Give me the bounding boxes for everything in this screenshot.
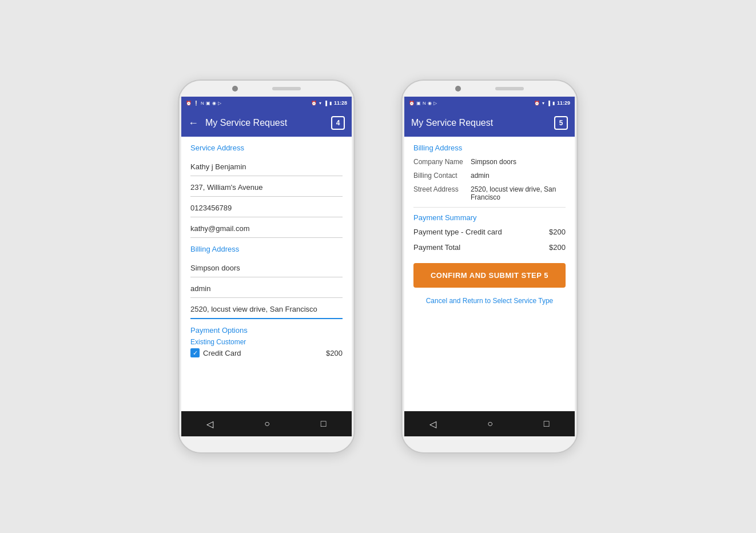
service-address-title: Service Address [190,144,343,152]
status-time-right: 11:29 [557,100,570,106]
payment-total-row: Payment Total $200 [413,243,566,252]
step-badge-left: 4 [331,116,345,130]
alarm2-icon-r: ⏰ [534,101,540,106]
company-name-row: Company Name Simpson doors [413,158,566,166]
payment-type-row: Payment type - Credit card $200 [413,228,566,236]
screen-content-left: Service Address Kathy j Benjamin 237, Wi… [181,137,352,411]
status-icons-left-left: ⏰ ❕ N ▣ ◉ ▷ [186,101,221,106]
recents-nav-icon-left[interactable]: □ [321,419,327,429]
back-nav-icon-left[interactable]: ◁ [206,419,213,429]
status-icons-right-right: ⏰ ▾ ▐ ▮ 11:29 [534,100,570,106]
signal-icon: ▐ [324,101,327,106]
battery-icon-r: ▮ [552,101,555,106]
street-address-row: Street Address 2520, locust view drive, … [413,185,566,201]
wifi-icon-r: ▾ [542,101,544,106]
billing-contact-value: admin [471,172,566,180]
gps-icon-r: ◉ [428,101,432,106]
img-icon-r: ▣ [416,101,421,106]
divider-1 [413,207,566,208]
back-nav-icon-right[interactable]: ◁ [429,419,436,429]
phone-bottom-left [179,436,354,452]
play-icon-r: ▷ [433,101,437,106]
screen-content-right: Billing Address Company Name Simpson doo… [404,137,575,411]
field-name[interactable]: Kathy j Benjamin [190,158,343,176]
confirm-submit-button[interactable]: CONFIRM AND SUBMIT STEP 5 [413,263,566,288]
payment-item-credit-card[interactable]: ✓ Credit Card $200 [190,348,343,357]
status-time-left: 11:28 [334,100,347,106]
alarm2-icon: ⏰ [311,101,317,106]
street-address-value: 2520, locust view drive, San Francisco [471,185,566,201]
camera-left [232,86,238,92]
payment-type-label: Payment type - Credit card [413,228,502,236]
recents-nav-icon-right[interactable]: □ [544,419,550,429]
payment-total-amount: $200 [549,243,566,252]
status-bar-left: ⏰ ❕ N ▣ ◉ ▷ ⏰ ▾ ▐ ▮ 11:28 [181,97,352,109]
check-icon: ✓ [193,349,198,357]
phone-top-left [179,81,354,97]
wifi-icon: ▾ [319,101,321,106]
field-address[interactable]: 237, William's Avenue [190,178,343,197]
phone-screen-right: ⏰ ▣ N ◉ ▷ ⏰ ▾ ▐ ▮ 11:29 My Service Reque… [404,97,575,436]
billing-address-title-left: Billing Address [190,245,343,253]
credit-card-checkbox[interactable]: ✓ [190,348,200,357]
existing-customer-label: Existing Customer [190,338,343,346]
phone-left: ⏰ ❕ N ▣ ◉ ▷ ⏰ ▾ ▐ ▮ 11:28 ← My Serv [178,79,355,454]
phone-top-right [402,81,577,97]
billing-address-title-right: Billing Address [413,144,566,152]
street-address-label: Street Address [413,185,471,201]
company-name-value: Simpson doors [471,158,566,166]
signal-icon-r: ▐ [547,101,550,106]
page-container: ⏰ ❕ N ▣ ◉ ▷ ⏰ ▾ ▐ ▮ 11:28 ← My Serv [0,45,756,488]
alarm-icon: ⏰ [186,101,192,106]
phone-right: ⏰ ▣ N ◉ ▷ ⏰ ▾ ▐ ▮ 11:29 My Service Reque… [401,79,578,454]
billing-contact-row: Billing Contact admin [413,172,566,180]
app-header-right: My Service Request 5 [404,109,575,137]
nfc-icon-r: N [423,101,426,106]
field-company[interactable]: Simpson doors [190,259,343,277]
field-phone[interactable]: 0123456789 [190,199,343,217]
play-icon: ▷ [218,101,221,106]
battery-icon: ▮ [329,101,332,106]
nfc-icon: N [201,101,204,106]
payment-options-title: Payment Options [190,326,343,335]
payment-type-amount: $200 [549,228,566,236]
back-button-left[interactable]: ← [188,117,198,129]
speaker-right [495,87,524,90]
notif-icon: ❕ [193,101,199,106]
payment-total-label: Payment Total [413,243,460,252]
header-title-left: My Service Request [205,118,331,128]
alarm-icon-r: ⏰ [409,101,415,106]
nav-bar-right: ◁ ○ □ [404,411,575,436]
header-title-right: My Service Request [411,118,554,128]
status-icons-left-right: ⏰ ▣ N ◉ ▷ [409,101,437,106]
company-name-label: Company Name [413,158,471,166]
field-admin[interactable]: admin [190,280,343,298]
field-email[interactable]: kathy@gmail.com [190,220,343,238]
credit-card-label: Credit Card [203,349,241,357]
camera-right [455,86,461,92]
gps-icon: ◉ [212,101,216,106]
phone-bottom-right [402,436,577,452]
app-header-left: ← My Service Request 4 [181,109,352,137]
nav-bar-left: ◁ ○ □ [181,411,352,436]
cancel-link[interactable]: Cancel and Return to Select Service Type [413,297,566,305]
field-street[interactable]: 2520, locust view drive, San Francisco [190,300,343,319]
payment-item-left: ✓ Credit Card [190,348,241,357]
phone-screen-left: ⏰ ❕ N ▣ ◉ ▷ ⏰ ▾ ▐ ▮ 11:28 ← My Serv [181,97,352,436]
status-bar-right-bar: ⏰ ▣ N ◉ ▷ ⏰ ▾ ▐ ▮ 11:29 [404,97,575,109]
billing-contact-label: Billing Contact [413,172,471,180]
home-nav-icon-left[interactable]: ○ [264,419,270,429]
img-icon: ▣ [206,101,210,106]
status-icons-right-left: ⏰ ▾ ▐ ▮ 11:28 [311,100,347,106]
payment-summary-title: Payment Summary [413,213,566,222]
home-nav-icon-right[interactable]: ○ [487,419,493,429]
speaker-left [272,87,301,90]
credit-card-amount: $200 [326,349,343,357]
step-badge-right: 5 [554,116,568,130]
